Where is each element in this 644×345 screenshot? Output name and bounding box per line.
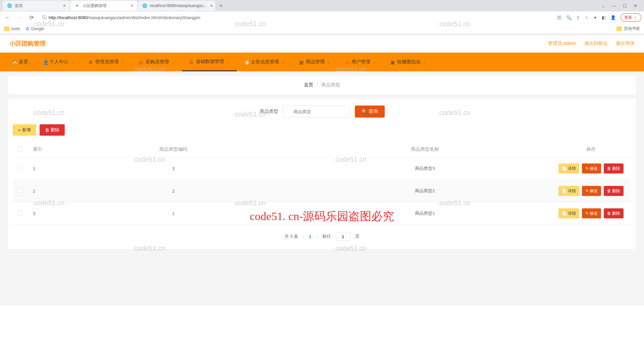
main-nav: 🏠首页 👤个人中心⌄ ⚙管理员管理⌄ ◎采购员管理⌄ ☰基础数据管理⌄ 📋公告信… xyxy=(0,53,644,71)
trash-icon: 🗑 xyxy=(607,166,611,171)
reload-icon[interactable]: ⟳ xyxy=(27,13,36,22)
avatar-icon[interactable]: 👤 xyxy=(610,15,616,20)
row-delete-button[interactable]: 🗑删除 xyxy=(604,186,624,196)
row-checkbox[interactable] xyxy=(18,166,22,170)
nav-admin[interactable]: ⚙管理员管理⌄ xyxy=(81,53,131,71)
tab-title: localhost:8080/xiaoqutuangou… xyxy=(150,3,207,8)
globe-icon: 🌐 xyxy=(7,3,12,8)
browser-tab-1[interactable]: ▼ 小区团购管理 × xyxy=(70,1,138,11)
chevron-down-icon: ⌄ xyxy=(423,60,426,64)
panel-icon[interactable]: ◧ xyxy=(602,15,606,20)
star-icon[interactable]: ☆ xyxy=(585,15,589,20)
folder-icon xyxy=(4,26,9,31)
th-code: 商品类型编码 xyxy=(48,142,299,157)
logout-link[interactable]: 退出登录 xyxy=(616,41,635,47)
forward-icon[interactable]: → xyxy=(15,13,24,22)
zoom-icon[interactable]: 🔍 xyxy=(566,15,572,20)
back-icon[interactable]: ← xyxy=(3,13,12,22)
bookmark-google[interactable]: GGoogle xyxy=(26,26,44,31)
chevron-down-icon[interactable]: ⌄ xyxy=(601,3,605,8)
nav-users[interactable]: ☺用户管理⌄ xyxy=(337,53,383,71)
address-row: ← → ⟳ ⓘ http://localhost:8080/xiaoqutuan… xyxy=(0,11,644,23)
app-header: 小区团购管理 管理员 admin 退出到前台 退出登录 xyxy=(0,34,644,53)
goods-icon: ▦ xyxy=(299,60,304,64)
info-icon: ⓘ xyxy=(42,14,47,20)
browser-tab-2[interactable]: 🌐 localhost:8080/xiaoqutuangou… × xyxy=(138,1,215,11)
bookmark-tools[interactable]: tools xyxy=(4,26,20,31)
edit-icon: ✎ xyxy=(585,189,589,193)
minimize-icon[interactable]: — xyxy=(612,3,616,8)
close-window-icon[interactable]: ✕ xyxy=(634,3,637,8)
google-icon: G xyxy=(26,26,29,31)
bookmarks-bar: tools GGoogle 其他书签 xyxy=(0,23,644,34)
search-input[interactable] xyxy=(283,106,350,118)
page-total: 共 3 条 xyxy=(284,233,298,239)
page-input[interactable] xyxy=(336,232,351,241)
key-icon[interactable]: ⚿ xyxy=(557,15,561,20)
browser-tabs: 🌐 首页 × ▼ 小区团购管理 × 🌐 localhost:8080/xiaoq… xyxy=(0,0,644,11)
app-logo: 小区团购管理 xyxy=(9,40,46,48)
row-delete-button[interactable]: 🗑删除 xyxy=(604,163,624,174)
doc-icon: 📄 xyxy=(562,211,567,216)
page-next[interactable]: › xyxy=(316,234,317,239)
search-row: 商品类型 🔍 🔍查询 xyxy=(8,106,636,118)
add-button[interactable]: +新增 xyxy=(13,124,36,136)
close-icon[interactable]: × xyxy=(63,3,66,8)
nav-carousel[interactable]: ▣轮播图信息⌄ xyxy=(383,53,433,71)
search-button[interactable]: 🔍查询 xyxy=(355,106,385,118)
detail-button[interactable]: 📄详情 xyxy=(558,208,579,218)
nav-profile[interactable]: 👤个人中心⌄ xyxy=(36,53,81,71)
extension-icon[interactable]: ✦ xyxy=(593,15,597,20)
cell-code: 3 xyxy=(48,157,299,180)
edit-button[interactable]: ✎修改 xyxy=(582,163,601,174)
tab-title: 首页 xyxy=(15,3,23,9)
chevron-down-icon: ⌄ xyxy=(373,60,376,64)
row-delete-button[interactable]: 🗑删除 xyxy=(604,208,624,218)
cell-index: 1 xyxy=(28,157,48,180)
chevron-down-icon: ⌄ xyxy=(327,60,330,64)
nav-notice[interactable]: 📋公告信息管理⌄ xyxy=(237,53,292,71)
nav-basedata[interactable]: ☰基础数据管理⌄ xyxy=(182,53,237,71)
delete-button[interactable]: 🗑删除 xyxy=(40,124,65,136)
th-ops: 操作 xyxy=(551,142,631,157)
breadcrumb-home[interactable]: 首页 xyxy=(304,82,313,87)
edit-button[interactable]: ✎修改 xyxy=(582,186,601,196)
checkbox-all[interactable] xyxy=(18,147,22,151)
page-prev[interactable]: ‹ xyxy=(303,234,304,239)
search-icon: 🔍 xyxy=(362,109,367,114)
edit-button[interactable]: ✎修改 xyxy=(582,208,601,218)
bookmark-other[interactable]: 其他书签 xyxy=(616,26,640,31)
chevron-down-icon: ⌄ xyxy=(71,60,74,64)
edit-icon: ✎ xyxy=(585,211,589,216)
trash-icon: 🗑 xyxy=(607,189,611,193)
row-checkbox[interactable] xyxy=(18,188,22,193)
page-current[interactable]: 1 xyxy=(309,234,311,239)
action-row: +新增 🗑删除 xyxy=(8,124,636,142)
new-tab-button[interactable]: + xyxy=(216,3,226,9)
maximize-icon[interactable]: ☐ xyxy=(623,3,627,8)
exit-front-link[interactable]: 退出到前台 xyxy=(584,41,608,47)
trash-icon: 🗑 xyxy=(45,128,49,133)
detail-button[interactable]: 📄详情 xyxy=(558,186,579,196)
nav-home[interactable]: 🏠首页 xyxy=(5,53,36,71)
buyer-icon: ◎ xyxy=(139,60,144,64)
doc-icon: 📄 xyxy=(562,189,567,193)
close-icon[interactable]: × xyxy=(131,3,133,8)
cell-index: 2 xyxy=(28,180,48,202)
image-icon: ▣ xyxy=(390,60,395,64)
header-user[interactable]: 管理员 admin xyxy=(548,41,576,47)
table-row: 2 2 商品类型2 📄详情 ✎修改 🗑删除 xyxy=(13,180,631,202)
row-checkbox[interactable] xyxy=(18,211,22,215)
address-bar[interactable]: ⓘ http://localhost:8080/xiaoqutuangou/ad… xyxy=(39,13,554,22)
share-icon[interactable]: ⇪ xyxy=(576,15,580,20)
close-icon[interactable]: × xyxy=(210,3,213,8)
nav-buyer[interactable]: ◎采购员管理⌄ xyxy=(131,53,182,71)
detail-button[interactable]: 📄详情 xyxy=(558,163,579,174)
goto-prefix: 前往 xyxy=(322,233,331,239)
cell-name: 商品类型1 xyxy=(299,202,551,225)
browser-tab-0[interactable]: 🌐 首页 × xyxy=(3,1,70,11)
update-button[interactable]: 更新 ⋮ xyxy=(621,13,641,22)
window-controls: ⌄ — ☐ ✕ xyxy=(601,3,641,8)
nav-goods[interactable]: ▦商品管理⌄ xyxy=(292,53,337,71)
th-index: 索引 xyxy=(28,142,48,157)
